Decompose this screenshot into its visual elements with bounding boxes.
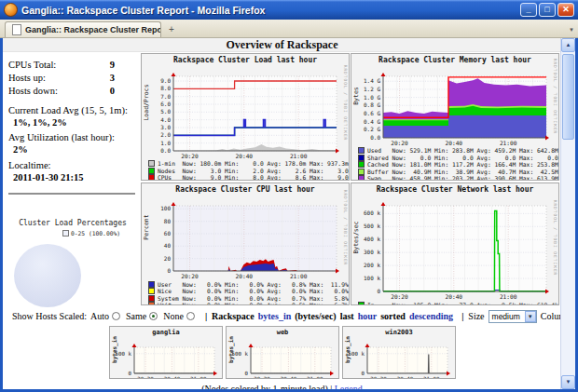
svg-text:0: 0 xyxy=(362,371,365,376)
localtime-block: Localtime: 2011-01-30 21:15 xyxy=(8,159,137,183)
legend-text: Wait Now: 0.0% Min: 0.0% Avg: 0.5% Max: … xyxy=(158,302,349,305)
window-titlebar[interactable]: Ganglia:: Rackspace Cluster Report - Moz… xyxy=(0,0,578,20)
chart-legend-row: Used Now: 529.1M Min: 283.8M Avg: 459.2M… xyxy=(358,147,558,155)
stat-label: CPUs Total: xyxy=(8,60,110,70)
host-ganglia-plot: 0500 k20:2020:4021:00 xyxy=(110,337,222,379)
cluster-network-chart[interactable]: Rackspace Cluster Network last hourBytes… xyxy=(351,182,559,305)
host-ganglia-chart[interactable]: gangliabytes_in0500 k20:2020:4021:00 xyxy=(109,326,223,379)
stat-hosts-down: Hosts down: 0 xyxy=(8,86,115,96)
sort-order-link[interactable]: descending xyxy=(409,311,453,321)
range-link[interactable]: hour xyxy=(358,311,378,321)
scrollbar-thumb[interactable] xyxy=(562,54,574,140)
svg-text:200 k: 200 k xyxy=(364,262,380,268)
chart-legend-row: Buffer Now: 40.9M Min: 38.9M Avg: 40.7M … xyxy=(358,169,558,176)
chart-legend-row: System Now: 0.0% Min: 0.0% Avg: 0.7% Max… xyxy=(148,294,349,302)
cluster-cpu-y-axis-label: Percent xyxy=(142,195,150,260)
svg-text:21:00: 21:00 xyxy=(423,375,440,379)
scrollbar-up-button[interactable]: ▲ xyxy=(561,38,575,52)
cluster-memory-chart[interactable]: Rackspace Cluster Memory last hourBytesR… xyxy=(351,53,559,181)
list-tabs-button[interactable]: ▾ xyxy=(565,23,578,35)
radio-none[interactable] xyxy=(186,312,195,320)
stat-value: 0 xyxy=(110,86,115,96)
svg-text:21:00: 21:00 xyxy=(290,153,308,159)
svg-text:400 k: 400 k xyxy=(364,237,380,243)
host-win2003-chart-title: win2003 xyxy=(343,327,455,337)
svg-text:60: 60 xyxy=(164,230,172,237)
host-win2003-chart[interactable]: win2003bytes_in0500 k20:2020:4021:00 xyxy=(342,326,456,379)
legend-text: Swap Now: 458.9M Min: 203.2M Avg: 390.6M… xyxy=(367,175,558,181)
ganglia-page: Overview of Rackspace CPUs Total: 9 Host… xyxy=(3,38,561,389)
chevron-down-icon: ▼ xyxy=(525,311,536,322)
svg-text:21:00: 21:00 xyxy=(190,375,207,379)
legend-text: Cached Now: 181.0M Min: 117.2M Avg: 166.… xyxy=(367,161,558,168)
maximize-button[interactable]: □ xyxy=(539,3,556,17)
tab-ganglia-report[interactable]: Ganglia:: Rackspace Cluster Report xyxy=(5,21,161,37)
svg-text:0: 0 xyxy=(377,288,380,294)
svg-text:6.0: 6.0 xyxy=(160,101,171,107)
load-avg-label: Current Load Avg (15, 5, 1m): xyxy=(8,104,137,116)
radio-auto[interactable] xyxy=(112,312,120,320)
svg-text:0.0: 0.0 xyxy=(160,147,171,154)
svg-text:1.0 G: 1.0 G xyxy=(364,94,380,101)
utilization-block: Avg Utilization (last hour): 2% xyxy=(8,131,137,155)
cluster-cpu-legend: User Now: 0.0% Min: 0.0% Avg: 0.8% Max: … xyxy=(142,279,349,305)
cluster-load-chart[interactable]: Rackspace Cluster Load last hourLoad/Pro… xyxy=(141,53,350,181)
metric-link[interactable]: bytes_in xyxy=(258,311,292,321)
svg-text:20:40: 20:40 xyxy=(235,273,253,279)
host-web-chart[interactable]: webbytes_in0500 k20:2020:4021:00 xyxy=(226,326,339,379)
cluster-load-pie-chart[interactable] xyxy=(14,244,81,307)
scrollbar-down-button[interactable]: ▼ xyxy=(561,375,575,389)
tab-title: Ganglia:: Rackspace Cluster Report xyxy=(25,25,161,34)
svg-text:600 k: 600 k xyxy=(364,210,380,217)
svg-text:0: 0 xyxy=(245,371,249,376)
svg-text:21:00: 21:00 xyxy=(307,375,323,379)
cluster-memory-y-axis-label: Bytes xyxy=(351,65,360,127)
vertical-scrollbar[interactable]: ▲ ▼ xyxy=(560,38,575,389)
range-prefix: last xyxy=(340,311,354,321)
chart-legend-row: User Now: 0.0% Min: 0.0% Avg: 0.8% Max: … xyxy=(148,280,349,288)
stat-value: 3 xyxy=(110,73,115,83)
legend-swatch xyxy=(148,288,155,294)
footer-note: (Nodes colored by 1-minute load) | xyxy=(201,384,332,389)
pie-legend: 0-25 (100.00%) xyxy=(62,230,137,237)
cluster-network-y-axis-label: Bytes/sec xyxy=(351,195,360,280)
legend-text: In Now: 105.0 Min: 77.0 Avg: 8.5k Max: 6… xyxy=(367,302,558,306)
cluster-cpu-chart[interactable]: Rackspace Cluster CPU last hourPercentRR… xyxy=(141,182,350,305)
size-select-value: medium xyxy=(492,312,520,321)
svg-text:0.2 G: 0.2 G xyxy=(364,126,380,132)
svg-text:300 k: 300 k xyxy=(364,250,380,256)
legend-text: System Now: 0.0% Min: 0.0% Avg: 0.7% Max… xyxy=(158,295,349,302)
rrdtool-watermark: RRDTOOL / TOBI OETIKER xyxy=(342,195,349,260)
svg-text:4.0: 4.0 xyxy=(160,116,171,123)
radio-same[interactable] xyxy=(149,312,158,320)
cluster-load-chart-title: Rackspace Cluster Load last hour xyxy=(142,54,349,65)
new-tab-button[interactable]: + xyxy=(163,23,180,36)
svg-text:0.4 G: 0.4 G xyxy=(364,118,380,125)
size-label: Size xyxy=(468,311,484,321)
cluster-memory-plot: 0.00.2 G0.4 G0.6 G0.8 G1.0 G1.2 G1.4 G20… xyxy=(351,65,558,146)
cluster-cpu-plot: 02040608010020:2020:4021:00 xyxy=(142,195,349,279)
legend-swatch xyxy=(358,169,365,175)
legend-swatch xyxy=(358,175,365,181)
svg-text:20:40: 20:40 xyxy=(397,375,414,379)
legend-text: User Now: 0.0% Min: 0.0% Avg: 0.8% Max: … xyxy=(158,281,349,288)
svg-text:100: 100 xyxy=(160,206,171,212)
legend-link[interactable]: Legend xyxy=(335,384,363,389)
stat-hosts-up: Hosts up: 3 xyxy=(8,73,115,83)
stat-cpus-total: CPUs Total: 9 xyxy=(8,60,115,70)
metric-units: (bytes/sec) xyxy=(295,311,336,321)
close-button[interactable]: ✕ xyxy=(557,3,574,17)
svg-text:20:40: 20:40 xyxy=(164,375,181,379)
pie-legend-swatch xyxy=(62,230,69,237)
svg-text:0: 0 xyxy=(167,267,171,274)
size-select[interactable]: medium ▼ xyxy=(489,310,537,323)
svg-text:20:20: 20:20 xyxy=(254,375,270,379)
legend-text: Nodes Now: 3.0 Min: 2.0 Avg: 2.6 Max: 3.… xyxy=(158,168,349,174)
svg-text:1.4 G: 1.4 G xyxy=(364,77,380,84)
chart-legend-row: CPUs Now: 9.0 Min: 8.0 Avg: 8.6 Max: 9.0 xyxy=(148,174,349,181)
cluster-load-plot: 0.01.02.03.04.05.06.07.08.09.020:2020:40… xyxy=(142,65,349,159)
hosts-controls-bar: Show Hosts Scaled: Auto Same None | Rack… xyxy=(3,307,561,324)
legend-swatch xyxy=(148,174,155,181)
radio-option-same-label: Same xyxy=(126,311,146,321)
minimize-button[interactable]: _ xyxy=(520,3,537,17)
